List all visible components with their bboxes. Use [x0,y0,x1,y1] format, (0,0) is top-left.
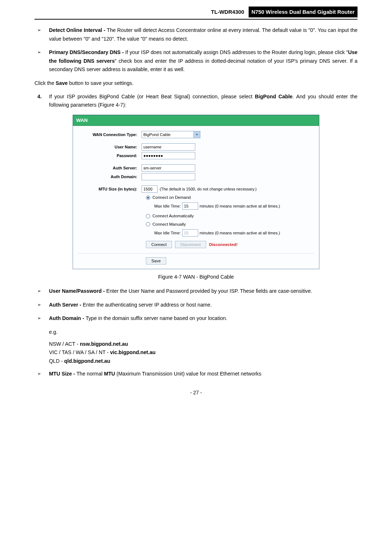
bullet-text: Enter the authenticating server IP addre… [83,302,212,308]
bullet-auth-domain: ➢ Auth Domain - Type in the domain suffi… [34,314,358,323]
radio-connect-manually[interactable] [146,222,150,226]
bullet-seg: (Maximum Transmission Unit) value for mo… [115,371,261,377]
connect-button[interactable]: Connect [146,241,172,248]
bullet-detect-interval: ➢ Detect Online Interval - The Router wi… [34,26,358,43]
label-wan-connection-type: WAN Connection Type: [78,131,142,138]
select-value: BigPond Cable [143,131,171,138]
bullet-seg: The normal [77,371,104,377]
domain-line-2: VIC / TAS / WA / SA / NT - vic.bigpond.n… [49,348,358,357]
text: button to save your settings. [68,80,133,86]
label-auth-server: Auth Server: [78,165,142,171]
eg-text: e.g. [49,328,358,336]
chevron-down-icon: ▾ [193,131,200,138]
step-text: If your ISP provides BigPond Cable (or H… [49,94,255,99]
idle-label: Max Idle Time: [154,230,181,236]
domain-bold: nsw.bigpond.net.au [80,341,128,347]
inline-bold: MTU [104,371,115,377]
radio-label: Connect on Demand [152,194,191,201]
header-title: N750 Wireless Dual Band Gigabit Router [249,7,358,17]
text: VIC / TAS / WA / SA / NT - [49,349,110,355]
bullet-user-password: ➢ User Name/Password - Enter the User Na… [34,287,358,295]
bullet-icon: ➢ [37,288,41,295]
step-number: 4. [37,93,42,101]
bullet-text: Type in the domain suffix server name ba… [86,315,227,321]
text: QLD - [49,358,64,364]
bullet-text: Enter the User Name and Password provide… [106,288,312,294]
wan-panel: WAN WAN Connection Type: BigPond Cable ▾… [73,115,319,269]
bullet-term: MTU Size - [49,371,77,377]
label-mtu: MTU Size (in bytes): [78,186,142,192]
save-button[interactable]: Save [146,257,166,264]
label-user-name: User Name: [78,144,142,150]
eg-block: e.g. NSW / ACT - nsw.bigpond.net.au VIC … [34,328,358,366]
bullet-dns: ➢ Primary DNS/Secondary DNS - If your IS… [34,48,358,74]
bullet-term: Primary DNS/Secondary DNS - [49,49,125,55]
bullet-term: Detect Online Interval - [49,27,107,33]
header-model: TL-WDR4300 [211,8,246,16]
page-number: - 27 - [34,389,358,397]
text: NSW / ACT - [49,341,80,347]
inline-bold: BigPond Cable [255,94,293,99]
disconnect-button: Disconnect [175,241,206,248]
domain-bold: vic.bigpond.net.au [110,349,155,355]
idle-hint: minutes (0 means remain active at all ti… [200,203,280,209]
wan-connection-type-select[interactable]: BigPond Cable ▾ [142,131,200,138]
bullet-auth-server: ➢ Auth Server - Enter the authenticating… [34,301,358,309]
bullet-mtu-size: ➢ MTU Size - The normal MTU (Maximum Tra… [34,370,358,378]
bullet-icon: ➢ [37,301,41,309]
label-auth-domain: Auth Domain: [78,173,142,180]
bullet-icon: ➢ [37,315,41,322]
connection-status: Disconnected! [209,241,237,248]
auth-domain-input[interactable] [142,173,195,180]
password-input[interactable] [142,152,195,159]
radio-connect-on-demand[interactable] [146,196,150,200]
idle-time-input-1[interactable] [182,202,198,210]
bullet-term: User Name/Password - [49,288,106,294]
save-instruction: Click the Save button to save your setti… [34,79,358,87]
auth-server-input[interactable] [142,164,195,172]
mtu-input[interactable] [142,185,158,193]
bullet-icon: ➢ [37,27,41,34]
radio-connect-automatically[interactable] [146,214,150,218]
bullet-term: Auth Domain - [49,315,86,321]
mtu-hint-text: (The default is 1500, do not change unle… [160,186,257,192]
bullet-icon: ➢ [37,49,41,56]
user-name-input[interactable] [142,143,195,151]
bullet-icon: ➢ [37,370,41,378]
domain-bold: qld.bigpond.net.au [64,358,110,364]
idle-hint: minutes (0 means remain active at all ti… [200,230,280,236]
text: Click the [34,80,56,86]
domain-line-3: QLD - qld.bigpond.net.au [49,357,358,365]
idle-time-input-2[interactable] [182,229,198,237]
label-password: Password: [78,152,142,159]
step-4: 4. If your ISP provides BigPond Cable (o… [34,93,358,110]
figure-caption: Figure 4-7 WAN - BigPond Cable [34,273,358,281]
page-header: TL-WDR4300 N750 Wireless Dual Band Gigab… [34,7,358,20]
domain-line-1: NSW / ACT - nsw.bigpond.net.au [49,340,358,348]
inline-bold: Save [56,80,68,86]
wan-title: WAN [73,115,319,126]
radio-label: Connect Manually [152,221,186,228]
bullet-term: Auth Server - [49,302,83,308]
radio-label: Connect Automatically [152,213,194,219]
idle-label: Max Idle Time: [154,203,181,209]
bullet-seg: If your ISP does not automatically assig… [125,49,348,55]
